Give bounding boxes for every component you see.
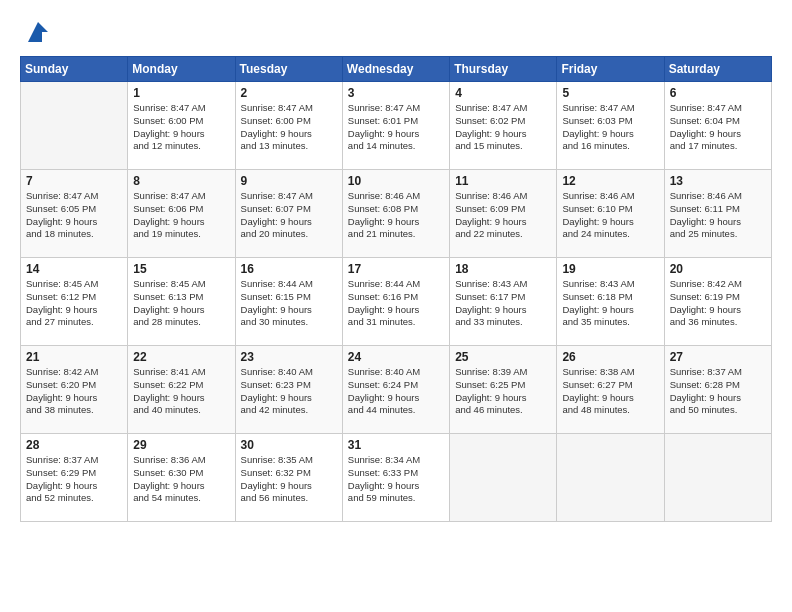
day-number: 6 xyxy=(670,86,766,100)
calendar-week-2: 7Sunrise: 8:47 AM Sunset: 6:05 PM Daylig… xyxy=(21,170,772,258)
day-number: 24 xyxy=(348,350,444,364)
day-number: 25 xyxy=(455,350,551,364)
day-info: Sunrise: 8:37 AM Sunset: 6:29 PM Dayligh… xyxy=(26,454,122,505)
calendar-cell: 3Sunrise: 8:47 AM Sunset: 6:01 PM Daylig… xyxy=(342,82,449,170)
header-monday: Monday xyxy=(128,57,235,82)
day-number: 9 xyxy=(241,174,337,188)
day-info: Sunrise: 8:47 AM Sunset: 6:02 PM Dayligh… xyxy=(455,102,551,153)
calendar-cell: 10Sunrise: 8:46 AM Sunset: 6:08 PM Dayli… xyxy=(342,170,449,258)
calendar-cell: 6Sunrise: 8:47 AM Sunset: 6:04 PM Daylig… xyxy=(664,82,771,170)
header-tuesday: Tuesday xyxy=(235,57,342,82)
day-info: Sunrise: 8:39 AM Sunset: 6:25 PM Dayligh… xyxy=(455,366,551,417)
calendar-week-5: 28Sunrise: 8:37 AM Sunset: 6:29 PM Dayli… xyxy=(21,434,772,522)
day-number: 11 xyxy=(455,174,551,188)
day-info: Sunrise: 8:34 AM Sunset: 6:33 PM Dayligh… xyxy=(348,454,444,505)
day-number: 12 xyxy=(562,174,658,188)
calendar-cell: 13Sunrise: 8:46 AM Sunset: 6:11 PM Dayli… xyxy=(664,170,771,258)
day-info: Sunrise: 8:47 AM Sunset: 6:01 PM Dayligh… xyxy=(348,102,444,153)
calendar-cell: 25Sunrise: 8:39 AM Sunset: 6:25 PM Dayli… xyxy=(450,346,557,434)
day-number: 14 xyxy=(26,262,122,276)
day-info: Sunrise: 8:47 AM Sunset: 6:06 PM Dayligh… xyxy=(133,190,229,241)
calendar-cell xyxy=(557,434,664,522)
calendar-cell: 18Sunrise: 8:43 AM Sunset: 6:17 PM Dayli… xyxy=(450,258,557,346)
calendar-cell: 23Sunrise: 8:40 AM Sunset: 6:23 PM Dayli… xyxy=(235,346,342,434)
day-info: Sunrise: 8:43 AM Sunset: 6:17 PM Dayligh… xyxy=(455,278,551,329)
day-number: 29 xyxy=(133,438,229,452)
day-number: 17 xyxy=(348,262,444,276)
calendar-cell: 1Sunrise: 8:47 AM Sunset: 6:00 PM Daylig… xyxy=(128,82,235,170)
day-info: Sunrise: 8:46 AM Sunset: 6:09 PM Dayligh… xyxy=(455,190,551,241)
calendar-cell: 4Sunrise: 8:47 AM Sunset: 6:02 PM Daylig… xyxy=(450,82,557,170)
calendar-cell: 20Sunrise: 8:42 AM Sunset: 6:19 PM Dayli… xyxy=(664,258,771,346)
day-number: 13 xyxy=(670,174,766,188)
day-number: 3 xyxy=(348,86,444,100)
header-thursday: Thursday xyxy=(450,57,557,82)
day-info: Sunrise: 8:47 AM Sunset: 6:07 PM Dayligh… xyxy=(241,190,337,241)
day-info: Sunrise: 8:36 AM Sunset: 6:30 PM Dayligh… xyxy=(133,454,229,505)
day-number: 26 xyxy=(562,350,658,364)
calendar-week-4: 21Sunrise: 8:42 AM Sunset: 6:20 PM Dayli… xyxy=(21,346,772,434)
day-info: Sunrise: 8:44 AM Sunset: 6:16 PM Dayligh… xyxy=(348,278,444,329)
calendar-body: 1Sunrise: 8:47 AM Sunset: 6:00 PM Daylig… xyxy=(21,82,772,522)
header xyxy=(20,18,772,46)
calendar-cell: 30Sunrise: 8:35 AM Sunset: 6:32 PM Dayli… xyxy=(235,434,342,522)
calendar-header-row: SundayMondayTuesdayWednesdayThursdayFrid… xyxy=(21,57,772,82)
calendar-cell: 9Sunrise: 8:47 AM Sunset: 6:07 PM Daylig… xyxy=(235,170,342,258)
calendar-cell: 26Sunrise: 8:38 AM Sunset: 6:27 PM Dayli… xyxy=(557,346,664,434)
day-number: 22 xyxy=(133,350,229,364)
day-number: 19 xyxy=(562,262,658,276)
day-info: Sunrise: 8:47 AM Sunset: 6:05 PM Dayligh… xyxy=(26,190,122,241)
header-friday: Friday xyxy=(557,57,664,82)
calendar-cell xyxy=(21,82,128,170)
calendar-table: SundayMondayTuesdayWednesdayThursdayFrid… xyxy=(20,56,772,522)
day-info: Sunrise: 8:45 AM Sunset: 6:13 PM Dayligh… xyxy=(133,278,229,329)
day-info: Sunrise: 8:46 AM Sunset: 6:10 PM Dayligh… xyxy=(562,190,658,241)
calendar-cell: 29Sunrise: 8:36 AM Sunset: 6:30 PM Dayli… xyxy=(128,434,235,522)
day-number: 10 xyxy=(348,174,444,188)
calendar-cell: 22Sunrise: 8:41 AM Sunset: 6:22 PM Dayli… xyxy=(128,346,235,434)
day-info: Sunrise: 8:47 AM Sunset: 6:00 PM Dayligh… xyxy=(133,102,229,153)
day-number: 30 xyxy=(241,438,337,452)
calendar-cell xyxy=(450,434,557,522)
header-sunday: Sunday xyxy=(21,57,128,82)
day-info: Sunrise: 8:41 AM Sunset: 6:22 PM Dayligh… xyxy=(133,366,229,417)
day-number: 16 xyxy=(241,262,337,276)
header-saturday: Saturday xyxy=(664,57,771,82)
calendar-cell: 24Sunrise: 8:40 AM Sunset: 6:24 PM Dayli… xyxy=(342,346,449,434)
calendar-cell: 12Sunrise: 8:46 AM Sunset: 6:10 PM Dayli… xyxy=(557,170,664,258)
calendar-cell: 16Sunrise: 8:44 AM Sunset: 6:15 PM Dayli… xyxy=(235,258,342,346)
calendar-cell: 5Sunrise: 8:47 AM Sunset: 6:03 PM Daylig… xyxy=(557,82,664,170)
day-number: 18 xyxy=(455,262,551,276)
day-number: 20 xyxy=(670,262,766,276)
day-info: Sunrise: 8:47 AM Sunset: 6:04 PM Dayligh… xyxy=(670,102,766,153)
logo xyxy=(20,18,52,46)
day-number: 4 xyxy=(455,86,551,100)
day-info: Sunrise: 8:44 AM Sunset: 6:15 PM Dayligh… xyxy=(241,278,337,329)
calendar-cell: 2Sunrise: 8:47 AM Sunset: 6:00 PM Daylig… xyxy=(235,82,342,170)
day-info: Sunrise: 8:40 AM Sunset: 6:24 PM Dayligh… xyxy=(348,366,444,417)
day-info: Sunrise: 8:38 AM Sunset: 6:27 PM Dayligh… xyxy=(562,366,658,417)
calendar-cell: 11Sunrise: 8:46 AM Sunset: 6:09 PM Dayli… xyxy=(450,170,557,258)
day-number: 28 xyxy=(26,438,122,452)
day-number: 2 xyxy=(241,86,337,100)
day-info: Sunrise: 8:45 AM Sunset: 6:12 PM Dayligh… xyxy=(26,278,122,329)
calendar-week-1: 1Sunrise: 8:47 AM Sunset: 6:00 PM Daylig… xyxy=(21,82,772,170)
day-number: 7 xyxy=(26,174,122,188)
day-number: 15 xyxy=(133,262,229,276)
day-info: Sunrise: 8:46 AM Sunset: 6:08 PM Dayligh… xyxy=(348,190,444,241)
calendar-cell: 31Sunrise: 8:34 AM Sunset: 6:33 PM Dayli… xyxy=(342,434,449,522)
calendar-cell: 8Sunrise: 8:47 AM Sunset: 6:06 PM Daylig… xyxy=(128,170,235,258)
day-number: 31 xyxy=(348,438,444,452)
calendar-cell: 15Sunrise: 8:45 AM Sunset: 6:13 PM Dayli… xyxy=(128,258,235,346)
day-number: 27 xyxy=(670,350,766,364)
day-info: Sunrise: 8:35 AM Sunset: 6:32 PM Dayligh… xyxy=(241,454,337,505)
day-number: 23 xyxy=(241,350,337,364)
calendar-cell: 14Sunrise: 8:45 AM Sunset: 6:12 PM Dayli… xyxy=(21,258,128,346)
calendar-cell: 7Sunrise: 8:47 AM Sunset: 6:05 PM Daylig… xyxy=(21,170,128,258)
day-number: 5 xyxy=(562,86,658,100)
day-info: Sunrise: 8:47 AM Sunset: 6:03 PM Dayligh… xyxy=(562,102,658,153)
calendar-cell xyxy=(664,434,771,522)
day-number: 1 xyxy=(133,86,229,100)
calendar-cell: 19Sunrise: 8:43 AM Sunset: 6:18 PM Dayli… xyxy=(557,258,664,346)
day-info: Sunrise: 8:42 AM Sunset: 6:19 PM Dayligh… xyxy=(670,278,766,329)
